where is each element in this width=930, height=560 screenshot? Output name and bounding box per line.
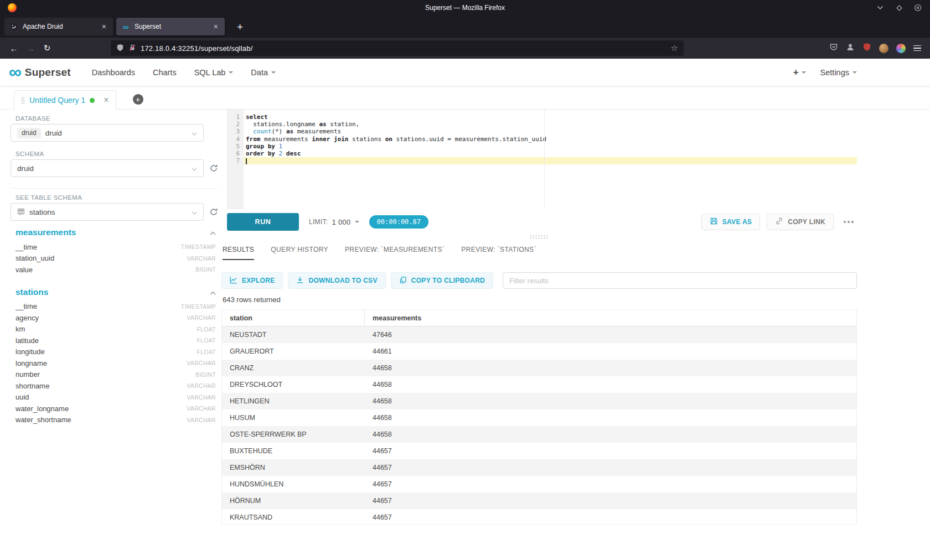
limit-value: 1 000 — [332, 218, 350, 226]
cell-station: KRAUTSAND — [222, 509, 365, 525]
chevron-down-icon — [192, 164, 197, 173]
nav-charts[interactable]: Charts — [144, 59, 185, 86]
code-line[interactable]: stations.longname as station, — [244, 121, 857, 128]
download-csv-button[interactable]: DOWNLOAD TO CSV — [288, 272, 385, 289]
menu-icon[interactable] — [913, 45, 921, 51]
chevron-down-icon — [192, 129, 197, 137]
cell-measurements: 44658 — [365, 409, 400, 426]
sql-token-num: 1 — [279, 143, 283, 150]
nav-dashboards[interactable]: Dashboards — [83, 59, 144, 86]
save-as-button[interactable]: SAVE AS — [701, 214, 760, 230]
column-header-measurements[interactable]: measurements — [365, 310, 429, 326]
url-text[interactable]: 172.18.0.4:32251/superset/sqllab/ — [141, 44, 666, 53]
ublock-icon[interactable] — [862, 43, 871, 54]
code-line[interactable]: from measurements inner join stations on… — [244, 136, 857, 143]
caret-down-icon — [229, 71, 233, 74]
code-line[interactable]: select — [244, 113, 857, 121]
browser-tab-apache-druid[interactable]: Apache Druid × — [4, 18, 113, 35]
query-tab-untitled-query-1[interactable]: Untitled Query 1 × — [14, 90, 116, 110]
run-button[interactable]: RUN — [227, 213, 299, 231]
table-icon — [17, 208, 25, 217]
table-row: GRAUERORT44661 — [222, 343, 856, 360]
sql-editor[interactable]: 1234567 select stations.longname as stat… — [227, 110, 857, 209]
editor-gutter: 1234567 — [227, 110, 244, 209]
back-icon[interactable]: ← — [6, 40, 22, 56]
tab-title: Superset — [135, 23, 208, 30]
database-select[interactable]: druid druid — [11, 124, 204, 142]
caret-down-icon — [852, 71, 857, 74]
code-line-active[interactable] — [244, 157, 857, 164]
nav-label: Data — [251, 68, 268, 77]
table-select[interactable]: stations — [11, 203, 204, 221]
url-bar[interactable]: 172.18.0.4:32251/superset/sqllab/ ☆ — [111, 40, 684, 56]
chevron-up-icon[interactable] — [210, 287, 216, 297]
tracking-shield-icon[interactable] — [116, 44, 124, 53]
results-tab-preview-measurements[interactable]: PREVIEW: `MEASUREMENTS` — [345, 246, 445, 260]
add-query-tab-button[interactable]: + — [133, 94, 143, 105]
sql-token: stations — [348, 136, 385, 143]
more-options-icon[interactable] — [840, 217, 857, 226]
chart-icon — [230, 276, 237, 286]
window-maximize-icon[interactable] — [895, 3, 903, 12]
see-table-schema-label: SEE TABLE SCHEMA — [16, 194, 218, 201]
schema-tables: measurements__timeTIMESTAMPstation_uuidV… — [11, 227, 218, 426]
query-tab-close-icon[interactable]: × — [104, 96, 108, 105]
window-close-icon[interactable] — [913, 3, 922, 12]
insecure-lock-icon[interactable] — [128, 44, 136, 53]
explore-button[interactable]: EXPLORE — [221, 272, 283, 289]
divider — [11, 188, 218, 189]
tab-close-icon[interactable]: × — [212, 22, 220, 31]
tab-title: Apache Druid — [23, 23, 96, 30]
limit-dropdown[interactable]: LIMIT: 1 000 — [309, 218, 359, 226]
table-row: OSTE-SPERRWERK BP44658 — [222, 426, 856, 443]
pocket-icon[interactable] — [829, 43, 838, 54]
extension-icon[interactable] — [879, 44, 888, 53]
column-row: latitudeFLOAT — [11, 335, 218, 346]
code-line[interactable]: group by 1 — [244, 143, 857, 150]
column-header-station[interactable]: station — [222, 310, 365, 326]
column-type: VARCHAR — [187, 360, 216, 366]
cell-station: HUNDSMÜHLEN — [222, 476, 365, 492]
results-tab-query-history[interactable]: QUERY HISTORY — [271, 246, 328, 260]
sidebar: DATABASE druid druid SCHEMA druid — [6, 110, 221, 560]
add-new-button[interactable]: + — [793, 67, 806, 78]
reload-icon[interactable]: ↻ — [39, 40, 55, 56]
bookmark-star-icon[interactable]: ☆ — [671, 43, 678, 53]
cell-measurements: 44657 — [365, 443, 400, 459]
column-name: longitude — [16, 348, 45, 356]
chevron-up-icon[interactable] — [210, 227, 216, 237]
account-icon[interactable] — [846, 43, 855, 54]
copy-link-button[interactable]: COPY LINK — [767, 214, 834, 230]
schema-select[interactable]: druid — [11, 159, 204, 177]
new-tab-button[interactable]: + — [234, 22, 246, 32]
editor-code[interactable]: select stations.longname as station, cou… — [244, 110, 857, 209]
settings-menu[interactable]: Settings — [820, 68, 857, 77]
brand-name: Superset — [25, 66, 71, 79]
download-csv-label: DOWNLOAD TO CSV — [308, 277, 377, 284]
addon-colorful-icon[interactable] — [896, 44, 906, 53]
filter-results-input[interactable] — [503, 272, 857, 289]
schema-table-header[interactable]: measurements — [11, 227, 218, 241]
cell-measurements: 44657 — [365, 476, 400, 492]
nav-sql-lab[interactable]: SQL Lab — [185, 59, 242, 86]
code-line[interactable]: count(*) as measurements — [244, 128, 857, 135]
browser-tab-superset[interactable]: ∞ Superset × — [116, 18, 225, 35]
panel-resize-handle[interactable] — [221, 232, 857, 241]
results-tab-preview-stations[interactable]: PREVIEW: `STATIONS` — [461, 246, 536, 260]
column-type: FLOAT — [197, 326, 216, 333]
cell-station: HÖRNUM — [222, 492, 365, 509]
drag-handle-icon[interactable] — [21, 97, 25, 104]
cell-measurements: 44657 — [365, 459, 400, 476]
query-tab-label: Untitled Query 1 — [29, 96, 85, 105]
tab-close-icon[interactable]: × — [100, 22, 108, 31]
results-tab-results[interactable]: RESULTS — [223, 246, 254, 260]
refresh-tables-icon[interactable] — [204, 208, 218, 216]
schema-table-header[interactable]: stations — [11, 287, 218, 301]
window-minimize-icon[interactable] — [876, 3, 885, 12]
screen: Superset — Mozilla Firefox Apache Druid … — [0, 0, 930, 560]
copy-to-clipboard-button[interactable]: COPY TO CLIPBOARD — [391, 272, 493, 289]
code-line[interactable]: order by 2 desc — [244, 150, 857, 157]
superset-logo[interactable]: ∞ Superset — [9, 65, 71, 80]
refresh-schemas-icon[interactable] — [204, 164, 218, 173]
nav-data[interactable]: Data — [242, 59, 285, 86]
